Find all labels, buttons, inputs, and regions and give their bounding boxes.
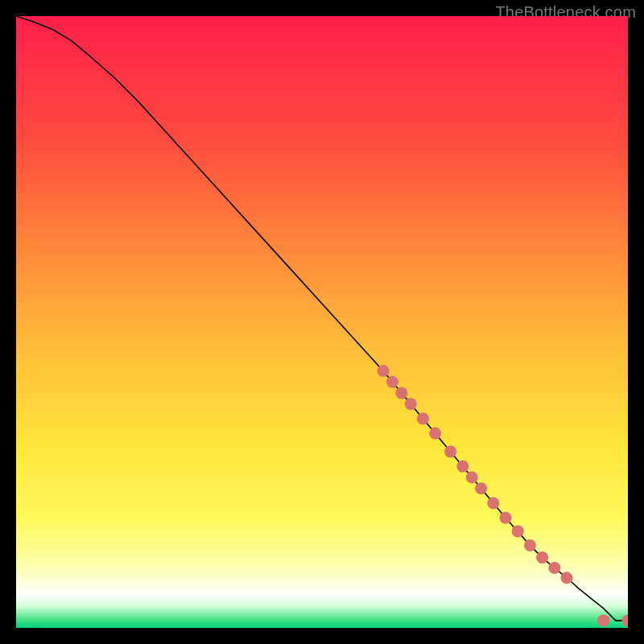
highlight-point — [386, 376, 398, 388]
chart-plot-area — [16, 16, 628, 628]
highlight-point — [536, 551, 548, 564]
chart-svg — [16, 16, 628, 628]
highlight-point — [466, 472, 478, 484]
highlight-point — [475, 482, 487, 494]
chart-background — [16, 16, 628, 628]
highlight-point — [456, 460, 469, 473]
highlight-point — [524, 539, 536, 551]
highlight-point — [548, 562, 560, 574]
highlight-point — [417, 413, 429, 425]
chart-stage: TheBottleneck.com — [0, 0, 644, 644]
highlight-point — [597, 614, 609, 626]
highlight-point — [429, 427, 441, 440]
highlight-point — [378, 365, 390, 377]
highlight-point — [405, 398, 417, 410]
highlight-point — [444, 446, 456, 458]
highlight-point — [487, 497, 499, 509]
highlight-point — [561, 572, 573, 584]
highlight-point — [500, 512, 512, 524]
highlight-point — [512, 525, 524, 537]
highlight-point — [395, 387, 407, 399]
